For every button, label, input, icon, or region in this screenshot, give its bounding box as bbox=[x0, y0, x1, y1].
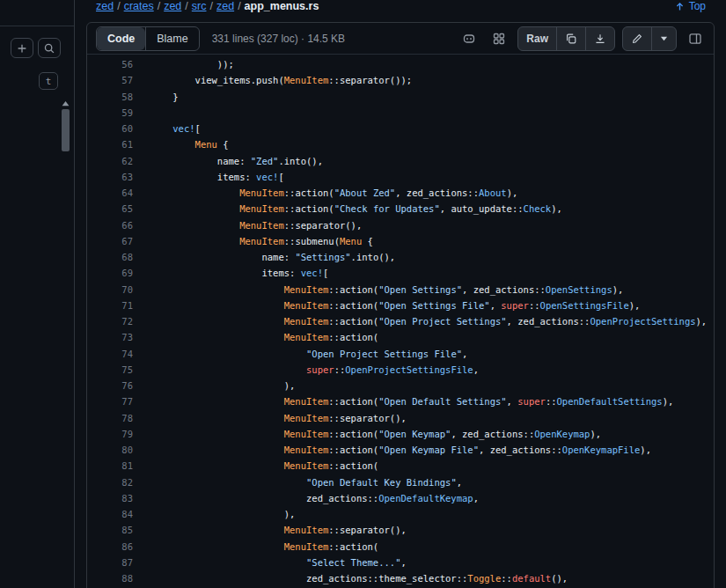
line-number[interactable]: 65 bbox=[87, 201, 133, 217]
copilot-button[interactable] bbox=[458, 27, 480, 50]
code-text: MenuItem::action("Open Project Settings"… bbox=[133, 313, 707, 329]
breadcrumb-links: zed/crates/zed/src/zed/ bbox=[96, 0, 245, 13]
line-number[interactable]: 67 bbox=[87, 233, 133, 249]
line-number[interactable]: 88 bbox=[87, 570, 133, 586]
line-number[interactable]: 85 bbox=[87, 522, 133, 538]
line-number[interactable]: 69 bbox=[87, 265, 133, 281]
line-number[interactable]: 79 bbox=[87, 426, 133, 442]
file-actions: Raw bbox=[458, 26, 707, 51]
line-number[interactable]: 72 bbox=[87, 313, 133, 329]
line-number[interactable]: 77 bbox=[87, 393, 133, 409]
line-number[interactable]: 59 bbox=[87, 105, 133, 121]
code-line: 73 MenuItem::action( bbox=[87, 329, 714, 345]
breadcrumb-separator: / bbox=[117, 0, 120, 12]
line-number[interactable]: 84 bbox=[87, 506, 133, 522]
line-number[interactable]: 81 bbox=[87, 458, 133, 474]
line-number[interactable]: 63 bbox=[87, 169, 133, 185]
line-number[interactable]: 61 bbox=[87, 136, 133, 152]
breadcrumb-file-name: app_menus.rs bbox=[245, 0, 319, 13]
code-line: 78 MenuItem::separator(), bbox=[87, 410, 714, 426]
code-line: 56 )); bbox=[87, 56, 714, 72]
line-number[interactable]: 76 bbox=[87, 378, 133, 393]
line-number[interactable]: 75 bbox=[87, 362, 133, 378]
line-number[interactable]: 78 bbox=[87, 410, 133, 426]
symbols-panel-button[interactable] bbox=[684, 27, 707, 50]
line-number[interactable]: 57 bbox=[87, 72, 133, 88]
copy-raw-button[interactable] bbox=[556, 27, 585, 50]
sidebar-actions bbox=[11, 38, 74, 58]
code-line: 63 items: vec![ bbox=[87, 169, 714, 185]
search-icon bbox=[43, 42, 55, 55]
arrow-up-icon bbox=[674, 1, 686, 12]
line-number[interactable]: 60 bbox=[87, 121, 133, 136]
pencil-icon bbox=[631, 33, 643, 45]
line-number[interactable]: 58 bbox=[87, 89, 133, 105]
code-text bbox=[133, 105, 150, 121]
code-text: view_items.push(MenuItem::separator()); bbox=[133, 72, 412, 88]
line-number[interactable]: 62 bbox=[87, 153, 133, 169]
scrollbar-up-arrow-icon[interactable] bbox=[62, 100, 70, 107]
grid-icon bbox=[492, 32, 506, 46]
add-file-button[interactable] bbox=[11, 38, 33, 58]
code-lines: 56 ));57 view_items.push(MenuItem::separ… bbox=[87, 55, 714, 586]
code-line: 77 MenuItem::action("Open Default Settin… bbox=[87, 393, 714, 409]
download-raw-button[interactable] bbox=[585, 27, 614, 50]
code-text: MenuItem::action("Check for Updates", au… bbox=[133, 201, 562, 217]
sidebar-header bbox=[0, 0, 74, 26]
code-line: 65 MenuItem::action("Check for Updates",… bbox=[87, 201, 714, 217]
code-text: Menu { bbox=[133, 136, 229, 152]
code-text: zed_actions::theme_selector::Toggle::def… bbox=[133, 570, 568, 586]
edit-dropdown-button[interactable] bbox=[651, 27, 676, 50]
code-text: ), bbox=[133, 378, 295, 393]
code-line: 74 "Open Project Settings File", bbox=[87, 346, 714, 362]
code-line: 82 "Open Default Key Bindings", bbox=[87, 474, 714, 490]
search-files-button[interactable] bbox=[38, 38, 61, 58]
line-number[interactable]: 68 bbox=[87, 249, 133, 265]
breadcrumb-link[interactable]: crates bbox=[124, 0, 154, 12]
line-number[interactable]: 71 bbox=[87, 298, 133, 313]
code-line: 88 zed_actions::theme_selector::Toggle::… bbox=[87, 570, 714, 586]
code-text: super::OpenProjectSettingsFile, bbox=[133, 362, 479, 378]
symbols-panel-icon bbox=[688, 32, 702, 46]
code-line: 83 zed_actions::OpenDefaultKeymap, bbox=[87, 490, 714, 506]
line-number[interactable]: 64 bbox=[87, 185, 133, 201]
edit-button-group bbox=[622, 26, 677, 51]
tab-code[interactable]: Code bbox=[97, 27, 145, 50]
line-number[interactable]: 83 bbox=[87, 490, 133, 506]
go-to-file-kbd-hint: t bbox=[39, 72, 58, 90]
line-number[interactable]: 80 bbox=[87, 442, 133, 458]
back-to-top-link[interactable]: Top bbox=[674, 0, 706, 13]
breadcrumb-link[interactable]: zed bbox=[96, 0, 114, 12]
line-number[interactable]: 66 bbox=[87, 217, 133, 233]
open-with-button[interactable] bbox=[488, 27, 510, 50]
breadcrumb-separator: / bbox=[238, 0, 240, 12]
code-text: MenuItem::action("Open Settings File", s… bbox=[133, 298, 640, 313]
line-number[interactable]: 74 bbox=[87, 346, 133, 362]
breadcrumb-link[interactable]: zed bbox=[164, 0, 181, 12]
code-text: "Open Project Settings File", bbox=[133, 346, 467, 362]
breadcrumb-link[interactable]: zed bbox=[216, 0, 234, 12]
line-number[interactable]: 86 bbox=[87, 539, 133, 555]
file-tree-sidebar: t bbox=[0, 0, 75, 588]
breadcrumb-link[interactable]: src bbox=[192, 0, 207, 12]
tab-blame[interactable]: Blame bbox=[145, 27, 198, 50]
code-line: 64 MenuItem::action("About Zed", zed_act… bbox=[87, 185, 714, 201]
file-view-main: zed/crates/zed/src/zed/ app_menus.rs Top… bbox=[75, 0, 726, 588]
caret-down-icon bbox=[660, 36, 668, 41]
plus-icon bbox=[16, 42, 28, 55]
line-number[interactable]: 56 bbox=[87, 56, 133, 72]
raw-button[interactable]: Raw bbox=[518, 27, 556, 50]
line-number[interactable]: 73 bbox=[87, 329, 133, 345]
code-line: 72 MenuItem::action("Open Project Settin… bbox=[87, 313, 714, 329]
line-number[interactable]: 82 bbox=[87, 474, 133, 490]
code-line: 60 vec![ bbox=[87, 121, 714, 136]
line-number[interactable]: 87 bbox=[87, 555, 133, 570]
code-text: MenuItem::action("Open Default Settings"… bbox=[133, 393, 673, 409]
scrollbar-thumb[interactable] bbox=[62, 109, 70, 151]
code-text: MenuItem::action( bbox=[133, 329, 378, 345]
edit-file-button[interactable] bbox=[623, 27, 651, 50]
sidebar-scrollbar[interactable] bbox=[60, 100, 71, 151]
line-number[interactable]: 70 bbox=[87, 282, 133, 298]
code-line: 66 MenuItem::separator(), bbox=[87, 217, 714, 233]
code-text: MenuItem::separator(), bbox=[133, 522, 407, 538]
